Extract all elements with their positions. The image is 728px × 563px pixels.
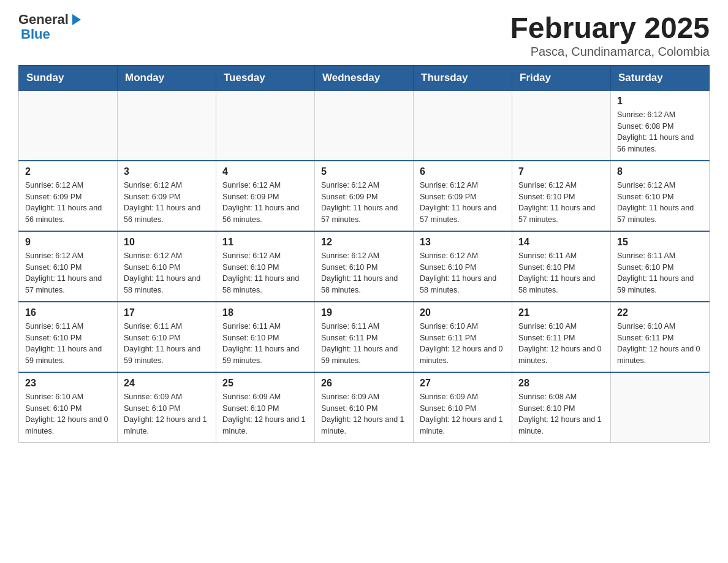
- day-info: Sunrise: 6:11 AMSunset: 6:10 PMDaylight:…: [617, 250, 703, 296]
- day-number: 23: [25, 378, 111, 389]
- day-number: 18: [222, 307, 308, 318]
- calendar-cell: 25Sunrise: 6:09 AMSunset: 6:10 PMDayligh…: [216, 372, 315, 443]
- calendar-cell: [611, 372, 710, 443]
- day-number: 26: [321, 378, 407, 389]
- calendar-cell: 2Sunrise: 6:12 AMSunset: 6:09 PMDaylight…: [19, 161, 118, 231]
- day-number: 11: [222, 237, 308, 248]
- day-info: Sunrise: 6:12 AMSunset: 6:10 PMDaylight:…: [420, 250, 506, 296]
- calendar-cell: 9Sunrise: 6:12 AMSunset: 6:10 PMDaylight…: [19, 231, 118, 302]
- page-title: February 2025: [510, 12, 710, 45]
- day-number: 28: [518, 378, 604, 389]
- day-number: 19: [321, 307, 407, 318]
- day-number: 17: [124, 307, 210, 318]
- day-info: Sunrise: 6:11 AMSunset: 6:10 PMDaylight:…: [518, 250, 604, 296]
- day-info: Sunrise: 6:11 AMSunset: 6:10 PMDaylight:…: [222, 321, 308, 367]
- day-info: Sunrise: 6:10 AMSunset: 6:11 PMDaylight:…: [518, 321, 604, 367]
- day-info: Sunrise: 6:12 AMSunset: 6:09 PMDaylight:…: [321, 180, 407, 226]
- day-number: 25: [222, 378, 308, 389]
- day-info: Sunrise: 6:12 AMSunset: 6:09 PMDaylight:…: [124, 180, 210, 226]
- calendar-cell: 3Sunrise: 6:12 AMSunset: 6:09 PMDaylight…: [118, 161, 216, 231]
- calendar-cell: 22Sunrise: 6:10 AMSunset: 6:11 PMDayligh…: [611, 302, 710, 372]
- day-number: 8: [617, 166, 703, 177]
- title-block: February 2025 Pasca, Cundinamarca, Colom…: [510, 12, 710, 59]
- day-number: 21: [518, 307, 604, 318]
- day-number: 27: [420, 378, 506, 389]
- col-header-friday: Friday: [512, 65, 611, 90]
- day-number: 7: [518, 166, 604, 177]
- day-info: Sunrise: 6:12 AMSunset: 6:10 PMDaylight:…: [25, 250, 111, 296]
- col-header-monday: Monday: [118, 65, 216, 90]
- page-subtitle: Pasca, Cundinamarca, Colombia: [510, 45, 710, 59]
- calendar-cell: 6Sunrise: 6:12 AMSunset: 6:09 PMDaylight…: [414, 161, 512, 231]
- day-info: Sunrise: 6:12 AMSunset: 6:09 PMDaylight:…: [25, 180, 111, 226]
- day-number: 6: [420, 166, 506, 177]
- page-header: General Blue February 2025 Pasca, Cundin…: [18, 12, 710, 59]
- day-info: Sunrise: 6:12 AMSunset: 6:10 PMDaylight:…: [518, 180, 604, 226]
- day-info: Sunrise: 6:10 AMSunset: 6:11 PMDaylight:…: [617, 321, 703, 367]
- calendar-cell: 19Sunrise: 6:11 AMSunset: 6:11 PMDayligh…: [315, 302, 414, 372]
- calendar-cell: 26Sunrise: 6:09 AMSunset: 6:10 PMDayligh…: [315, 372, 414, 443]
- calendar-cell: 5Sunrise: 6:12 AMSunset: 6:09 PMDaylight…: [315, 161, 414, 231]
- day-number: 2: [25, 166, 111, 177]
- day-number: 14: [518, 237, 604, 248]
- calendar-cell: 21Sunrise: 6:10 AMSunset: 6:11 PMDayligh…: [512, 302, 611, 372]
- day-info: Sunrise: 6:10 AMSunset: 6:11 PMDaylight:…: [420, 321, 506, 367]
- col-header-thursday: Thursday: [414, 65, 512, 90]
- day-number: 24: [124, 378, 210, 389]
- day-number: 15: [617, 237, 703, 248]
- day-info: Sunrise: 6:12 AMSunset: 6:10 PMDaylight:…: [222, 250, 308, 296]
- col-header-sunday: Sunday: [19, 65, 118, 90]
- day-info: Sunrise: 6:09 AMSunset: 6:10 PMDaylight:…: [321, 391, 407, 437]
- day-number: 16: [25, 307, 111, 318]
- calendar-cell: 10Sunrise: 6:12 AMSunset: 6:10 PMDayligh…: [118, 231, 216, 302]
- day-number: 22: [617, 307, 703, 318]
- calendar-cell: 4Sunrise: 6:12 AMSunset: 6:09 PMDaylight…: [216, 161, 315, 231]
- calendar-cell: 17Sunrise: 6:11 AMSunset: 6:10 PMDayligh…: [118, 302, 216, 372]
- day-info: Sunrise: 6:12 AMSunset: 6:10 PMDaylight:…: [617, 180, 703, 226]
- calendar-cell: [216, 90, 315, 161]
- col-header-tuesday: Tuesday: [216, 65, 315, 90]
- logo-arrow-icon: [70, 13, 83, 26]
- day-number: 3: [124, 166, 210, 177]
- day-number: 12: [321, 237, 407, 248]
- calendar-cell: 23Sunrise: 6:10 AMSunset: 6:10 PMDayligh…: [19, 372, 118, 443]
- col-header-saturday: Saturday: [611, 65, 710, 90]
- day-info: Sunrise: 6:09 AMSunset: 6:10 PMDaylight:…: [420, 391, 506, 437]
- calendar-table: SundayMondayTuesdayWednesdayThursdayFrid…: [18, 65, 710, 443]
- day-info: Sunrise: 6:11 AMSunset: 6:11 PMDaylight:…: [321, 321, 407, 367]
- day-info: Sunrise: 6:11 AMSunset: 6:10 PMDaylight:…: [25, 321, 111, 367]
- day-info: Sunrise: 6:12 AMSunset: 6:08 PMDaylight:…: [617, 109, 703, 155]
- calendar-cell: [315, 90, 414, 161]
- day-number: 5: [321, 166, 407, 177]
- day-info: Sunrise: 6:08 AMSunset: 6:10 PMDaylight:…: [518, 391, 604, 437]
- day-info: Sunrise: 6:09 AMSunset: 6:10 PMDaylight:…: [222, 391, 308, 437]
- day-info: Sunrise: 6:12 AMSunset: 6:10 PMDaylight:…: [124, 250, 210, 296]
- day-number: 10: [124, 237, 210, 248]
- calendar-cell: [19, 90, 118, 161]
- day-number: 1: [617, 96, 703, 107]
- calendar-cell: 14Sunrise: 6:11 AMSunset: 6:10 PMDayligh…: [512, 231, 611, 302]
- calendar-cell: 28Sunrise: 6:08 AMSunset: 6:10 PMDayligh…: [512, 372, 611, 443]
- calendar-cell: 15Sunrise: 6:11 AMSunset: 6:10 PMDayligh…: [611, 231, 710, 302]
- logo-text-general: General: [18, 12, 69, 27]
- calendar-week-row: 9Sunrise: 6:12 AMSunset: 6:10 PMDaylight…: [19, 231, 710, 302]
- calendar-cell: 7Sunrise: 6:12 AMSunset: 6:10 PMDaylight…: [512, 161, 611, 231]
- calendar-cell: [118, 90, 216, 161]
- day-number: 4: [222, 166, 308, 177]
- day-info: Sunrise: 6:10 AMSunset: 6:10 PMDaylight:…: [25, 391, 111, 437]
- calendar-cell: 13Sunrise: 6:12 AMSunset: 6:10 PMDayligh…: [414, 231, 512, 302]
- day-info: Sunrise: 6:12 AMSunset: 6:10 PMDaylight:…: [321, 250, 407, 296]
- day-info: Sunrise: 6:11 AMSunset: 6:10 PMDaylight:…: [124, 321, 210, 367]
- calendar-cell: 12Sunrise: 6:12 AMSunset: 6:10 PMDayligh…: [315, 231, 414, 302]
- calendar-cell: 20Sunrise: 6:10 AMSunset: 6:11 PMDayligh…: [414, 302, 512, 372]
- calendar-cell: 16Sunrise: 6:11 AMSunset: 6:10 PMDayligh…: [19, 302, 118, 372]
- day-number: 20: [420, 307, 506, 318]
- calendar-cell: 24Sunrise: 6:09 AMSunset: 6:10 PMDayligh…: [118, 372, 216, 443]
- day-number: 13: [420, 237, 506, 248]
- calendar-week-row: 1Sunrise: 6:12 AMSunset: 6:08 PMDaylight…: [19, 90, 710, 161]
- calendar-header-row: SundayMondayTuesdayWednesdayThursdayFrid…: [19, 65, 710, 90]
- calendar-cell: [414, 90, 512, 161]
- calendar-week-row: 23Sunrise: 6:10 AMSunset: 6:10 PMDayligh…: [19, 372, 710, 443]
- day-number: 9: [25, 237, 111, 248]
- svg-marker-0: [72, 14, 81, 25]
